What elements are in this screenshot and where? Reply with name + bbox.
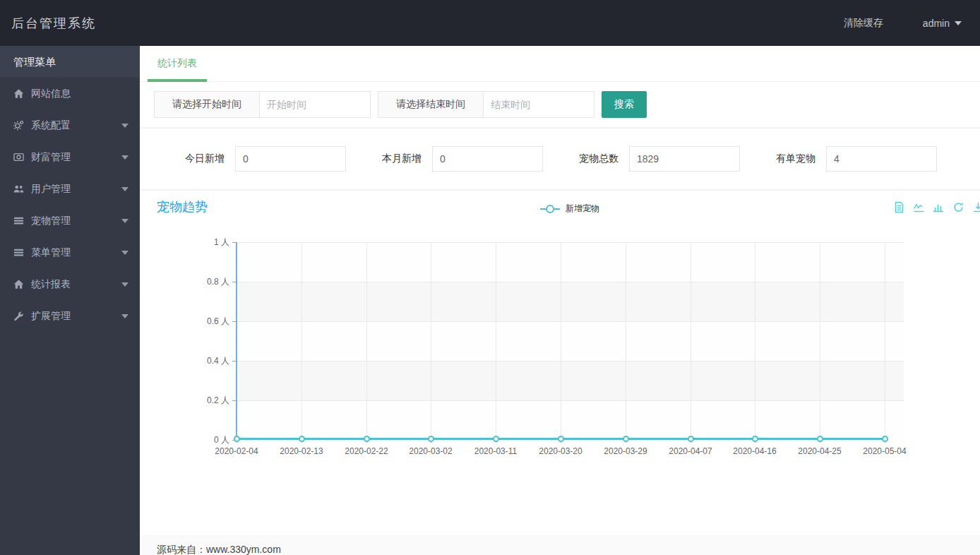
end-time-group: 请选择结束时间 [378, 91, 594, 118]
sidebar-item-4[interactable]: 宠物管理 [0, 205, 140, 237]
data-point-marker [493, 436, 499, 442]
split-area-band [237, 282, 904, 321]
data-point-marker [299, 436, 305, 442]
v-gridline [626, 242, 626, 440]
y-axis-line [236, 242, 237, 440]
stat-label: 今日新增 [185, 153, 225, 165]
sidebar-item-label: 扩展管理 [31, 310, 71, 323]
clear-cache-button[interactable]: 清除缓存 [844, 17, 883, 30]
h-gridline [237, 321, 904, 322]
stat-value-input[interactable] [826, 146, 937, 172]
data-point-marker [364, 436, 370, 442]
caret-down-icon [121, 155, 129, 160]
active-tab-indicator [148, 79, 207, 82]
tab-statistics-list[interactable]: 统计列表 [148, 46, 207, 81]
data-view-icon[interactable] [893, 201, 905, 213]
user-dropdown[interactable]: admin [923, 18, 962, 29]
data-point-marker [558, 436, 564, 442]
stat-value-input[interactable] [432, 146, 543, 172]
money-icon [13, 152, 25, 162]
tab-label: 统计列表 [157, 57, 197, 70]
v-gridline [885, 242, 885, 440]
sidebar-item-label: 统计报表 [31, 278, 71, 291]
x-axis-label: 2020-04-25 [798, 446, 841, 456]
gears-icon [13, 120, 25, 131]
sidebar-item-7[interactable]: 扩展管理 [0, 300, 140, 332]
tab-bar: 统计列表 [140, 46, 980, 82]
stat-value-input[interactable] [235, 146, 346, 172]
y-axis-label: 0.2 人 [187, 395, 229, 407]
bar-chart-icon[interactable] [933, 201, 945, 213]
legend-line-icon [540, 208, 546, 210]
refresh-icon[interactable] [952, 201, 964, 213]
stat-group-0: 今日新增 [185, 146, 346, 172]
x-axis-label: 2020-03-11 [474, 446, 518, 456]
split-area-band [237, 361, 904, 400]
v-gridline [301, 242, 302, 440]
h-gridline [237, 242, 904, 243]
page-footer: 源码来自：www.330ym.com [140, 535, 980, 555]
caret-down-icon [121, 314, 129, 318]
caret-down-icon [121, 187, 129, 191]
list-icon [13, 247, 25, 258]
x-axis-label: 2020-03-02 [409, 446, 452, 456]
v-gridline [561, 242, 561, 440]
v-gridline [820, 242, 820, 440]
stat-value-input[interactable] [629, 146, 740, 172]
y-axis-label: 0.8 人 [187, 276, 229, 288]
caret-down-icon [955, 21, 962, 25]
main-content: 统计列表 请选择开始时间 请选择结束时间 搜索 今日新增本月新增宠物总数有单宠物… [140, 46, 980, 555]
chart-toolbox [893, 201, 980, 213]
y-axis-label: 1 人 [187, 237, 229, 249]
sidebar-item-label: 网站信息 [31, 88, 71, 100]
end-time-addon[interactable]: 请选择结束时间 [378, 91, 484, 118]
filter-row: 请选择开始时间 请选择结束时间 搜索 [140, 82, 980, 127]
legend-item-new-pets[interactable]: 新增宠物 [540, 203, 599, 215]
split-area-band [237, 321, 904, 361]
user-name: admin [923, 18, 950, 29]
stat-group-2: 宠物总数 [579, 146, 740, 172]
list-icon [13, 215, 25, 226]
legend-label: 新增宠物 [566, 203, 599, 215]
v-gridline [431, 242, 431, 440]
stat-group-1: 本月新增 [382, 146, 543, 172]
x-axis-label: 2020-03-29 [604, 446, 647, 456]
v-gridline [496, 242, 496, 440]
users-icon [13, 184, 25, 194]
start-time-input[interactable] [260, 91, 371, 118]
top-header: 后台管理系统 清除缓存 admin [0, 0, 980, 46]
caret-down-icon [121, 251, 129, 255]
y-axis-label: 0 人 [187, 434, 229, 446]
sidebar-item-5[interactable]: 菜单管理 [0, 237, 140, 268]
wrench-icon [13, 311, 25, 321]
sidebar: 管理菜单 网站信息系统配置财富管理用户管理宠物管理菜单管理统计报表扩展管理 [0, 46, 140, 555]
v-gridline [691, 242, 691, 440]
y-axis-label: 0.6 人 [187, 316, 229, 328]
search-button[interactable]: 搜索 [602, 91, 647, 118]
split-area-band [237, 400, 904, 440]
home-icon [13, 88, 25, 99]
v-gridline [755, 242, 755, 440]
home-icon [13, 279, 25, 290]
start-time-addon[interactable]: 请选择开始时间 [154, 91, 260, 118]
x-axis-label: 2020-02-13 [280, 446, 323, 456]
sidebar-item-2[interactable]: 财富管理 [0, 141, 140, 173]
start-time-group: 请选择开始时间 [154, 91, 371, 118]
stats-row: 今日新增本月新增宠物总数有单宠物 [140, 129, 980, 189]
x-axis-label: 2020-03-20 [539, 446, 582, 456]
download-icon[interactable] [972, 201, 980, 213]
sidebar-item-1[interactable]: 系统配置 [0, 109, 140, 141]
sidebar-item-0[interactable]: 网站信息 [0, 78, 140, 109]
sidebar-item-6[interactable]: 统计报表 [0, 268, 140, 300]
end-time-input[interactable] [484, 91, 594, 118]
data-point-marker [882, 436, 888, 442]
x-axis-label: 2020-02-04 [215, 446, 258, 456]
caret-down-icon [121, 124, 129, 128]
footer-text: 源码来自：www.330ym.com [157, 544, 281, 555]
stat-label: 有单宠物 [776, 153, 815, 165]
data-point-marker [234, 436, 240, 442]
legend-line-icon [554, 208, 560, 210]
data-point-marker [623, 436, 629, 442]
sidebar-item-3[interactable]: 用户管理 [0, 173, 140, 205]
line-chart-icon[interactable] [913, 201, 925, 213]
